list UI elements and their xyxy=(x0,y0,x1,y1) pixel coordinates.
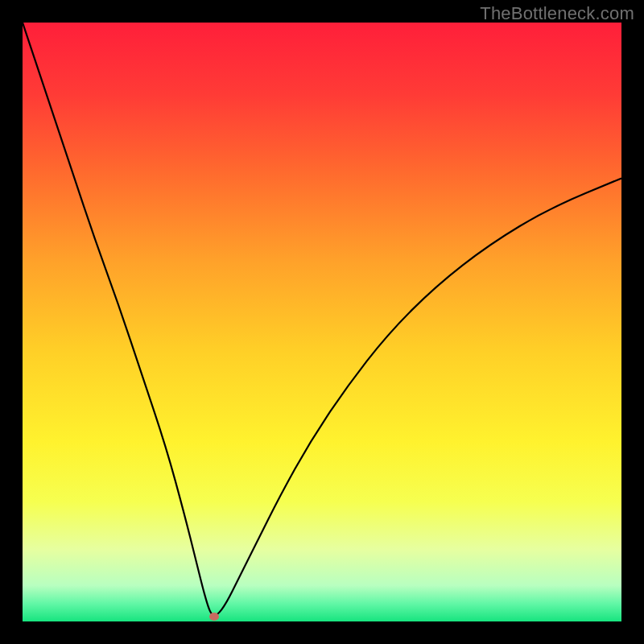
optimal-point-marker xyxy=(209,613,219,621)
chart-frame: TheBottleneck.com xyxy=(0,0,644,644)
plot-area xyxy=(23,23,621,621)
bottleneck-curve xyxy=(23,23,621,621)
curve-path xyxy=(23,23,621,616)
watermark-text: TheBottleneck.com xyxy=(480,3,634,24)
